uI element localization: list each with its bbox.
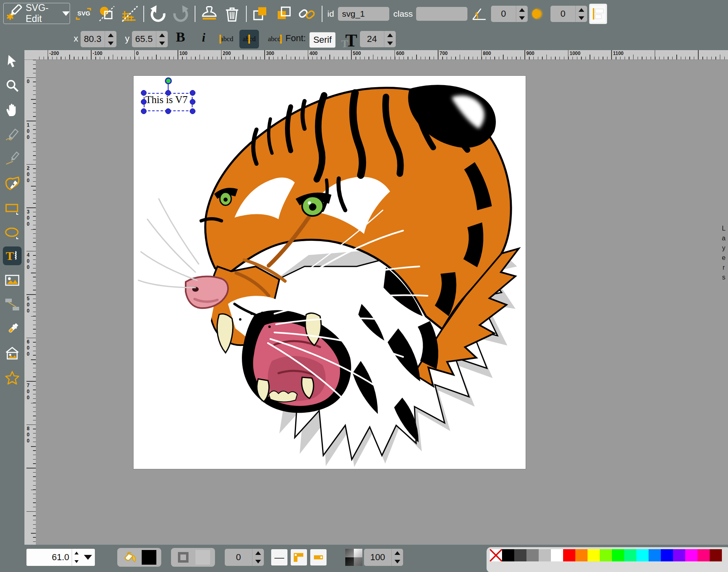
palette-swatch[interactable] bbox=[514, 549, 526, 561]
delete-button[interactable] bbox=[223, 5, 241, 23]
selection-grip-s[interactable] bbox=[165, 108, 171, 114]
text-anchor-end-button[interactable]: abcd bbox=[265, 30, 284, 48]
star-tool-button[interactable] bbox=[3, 369, 22, 387]
palette-swatch[interactable] bbox=[502, 549, 514, 561]
angle-spinner[interactable]: 0 bbox=[491, 6, 528, 22]
main-menu-button[interactable]: SVG-Edit bbox=[3, 3, 70, 24]
y-spinner[interactable]: 65.5 bbox=[132, 31, 168, 47]
selection-grip-se[interactable] bbox=[190, 108, 195, 114]
layers-panel-tab[interactable]: Layers bbox=[717, 225, 727, 284]
stroke-dash-button[interactable]: — bbox=[271, 549, 287, 565]
palette-swatch[interactable] bbox=[575, 549, 588, 561]
svg-canvas[interactable]: This is V7 bbox=[133, 75, 526, 469]
spin-up-icon[interactable] bbox=[252, 549, 264, 557]
spin-down-icon[interactable] bbox=[392, 557, 403, 566]
text-anchor-middle-button[interactable]: abcd bbox=[239, 30, 259, 48]
stroke-linecap-button[interactable] bbox=[310, 549, 327, 565]
align-position-button[interactable] bbox=[590, 4, 607, 24]
italic-button[interactable]: i bbox=[202, 31, 205, 44]
class-input[interactable] bbox=[416, 7, 467, 21]
palette-swatch[interactable] bbox=[661, 549, 673, 561]
eyedropper-tool-button[interactable] bbox=[3, 320, 22, 339]
palette-swatch[interactable] bbox=[697, 549, 710, 561]
palette-swatch[interactable] bbox=[612, 549, 624, 561]
palette-swatch[interactable] bbox=[563, 549, 575, 561]
stroke-width-spinner[interactable]: 0 bbox=[225, 549, 264, 566]
document-properties-button[interactable] bbox=[98, 5, 116, 23]
text-tool-button[interactable]: T bbox=[3, 246, 22, 265]
spin-up-icon[interactable] bbox=[72, 549, 81, 557]
palette-swatch[interactable] bbox=[624, 549, 636, 561]
ellipse-tool-button[interactable] bbox=[3, 224, 22, 242]
rotate-grip[interactable] bbox=[165, 77, 172, 84]
blur-spinner[interactable]: 0 bbox=[550, 6, 587, 22]
stroke-color-control[interactable] bbox=[171, 548, 215, 567]
palette-swatch[interactable] bbox=[710, 549, 722, 561]
spin-down-icon[interactable] bbox=[516, 14, 528, 22]
zoom-dropdown[interactable] bbox=[81, 555, 95, 560]
svg-source-button[interactable]: SVG bbox=[75, 5, 92, 23]
selection-grip-n[interactable] bbox=[165, 90, 171, 96]
stroke-color-swatch[interactable] bbox=[195, 550, 210, 565]
undo-button[interactable] bbox=[149, 5, 167, 23]
fill-color-control[interactable] bbox=[117, 548, 161, 567]
palette-swatch[interactable] bbox=[588, 549, 600, 561]
palette-swatch[interactable] bbox=[600, 549, 612, 561]
zoom-tool-button[interactable] bbox=[3, 77, 22, 95]
move-to-bottom-button[interactable] bbox=[274, 5, 292, 23]
spin-up-icon[interactable] bbox=[384, 31, 396, 39]
select-tool-button[interactable] bbox=[3, 52, 22, 70]
editor-preferences-button[interactable] bbox=[121, 5, 139, 23]
stroke-linejoin-button[interactable] bbox=[291, 549, 307, 565]
selection-grip-ne[interactable] bbox=[190, 90, 195, 96]
clone-button[interactable] bbox=[200, 5, 218, 23]
tiger-artwork[interactable] bbox=[134, 76, 526, 469]
palette-swatch[interactable] bbox=[673, 549, 685, 561]
path-tool-button[interactable] bbox=[3, 174, 22, 193]
selection-grip-sw[interactable] bbox=[141, 108, 147, 114]
redo-button[interactable] bbox=[172, 5, 190, 23]
line-tool-button[interactable] bbox=[3, 150, 22, 168]
font-family-button[interactable]: Serif bbox=[310, 33, 335, 47]
id-input[interactable]: svg_1 bbox=[338, 7, 389, 21]
opacity-spinner[interactable]: 100 bbox=[364, 549, 403, 566]
spin-up-icon[interactable] bbox=[516, 6, 528, 14]
palette-swatch[interactable] bbox=[551, 549, 563, 561]
fill-color-swatch[interactable] bbox=[142, 550, 156, 565]
bold-button[interactable]: B bbox=[176, 29, 185, 45]
spin-up-icon[interactable] bbox=[156, 31, 168, 39]
spin-up-icon[interactable] bbox=[105, 31, 116, 39]
color-palette bbox=[487, 547, 728, 572]
palette-swatch[interactable] bbox=[539, 549, 551, 561]
font-size-spinner[interactable]: 24 bbox=[360, 31, 396, 47]
pan-tool-button[interactable] bbox=[3, 101, 22, 119]
move-to-top-button[interactable] bbox=[252, 5, 270, 23]
selection-grip-w[interactable] bbox=[141, 99, 147, 105]
pencil-tool-button[interactable] bbox=[3, 126, 22, 145]
spin-up-icon[interactable] bbox=[576, 6, 587, 14]
text-anchor-start-button[interactable]: abcd bbox=[217, 30, 237, 48]
zoom-control[interactable]: 61.0 bbox=[26, 549, 95, 566]
shape-library-tool-button[interactable] bbox=[3, 344, 22, 363]
palette-swatch[interactable] bbox=[649, 549, 661, 561]
selection-grip-e[interactable] bbox=[190, 99, 195, 105]
x-spinner[interactable]: 80.3 bbox=[81, 31, 116, 47]
rect-tool-button[interactable] bbox=[3, 199, 22, 218]
selection-grip-nw[interactable] bbox=[141, 90, 147, 96]
connector-tool-button[interactable] bbox=[3, 295, 22, 314]
palette-swatch[interactable] bbox=[636, 549, 649, 561]
spin-down-icon[interactable] bbox=[384, 39, 396, 47]
workspace[interactable]: This is V7 Layers bbox=[36, 60, 728, 545]
spin-down-icon[interactable] bbox=[576, 14, 587, 22]
spin-down-icon[interactable] bbox=[72, 557, 81, 566]
palette-swatch[interactable] bbox=[685, 549, 697, 561]
spin-down-icon[interactable] bbox=[105, 39, 116, 47]
spin-up-icon[interactable] bbox=[392, 549, 403, 557]
image-tool-button[interactable] bbox=[3, 271, 22, 290]
spin-down-icon[interactable] bbox=[156, 39, 168, 47]
spin-down-icon[interactable] bbox=[252, 557, 264, 566]
zoom-spinner[interactable] bbox=[72, 549, 81, 566]
make-link-button[interactable] bbox=[298, 5, 316, 23]
palette-swatch-none[interactable] bbox=[490, 549, 502, 561]
palette-swatch[interactable] bbox=[526, 549, 539, 561]
